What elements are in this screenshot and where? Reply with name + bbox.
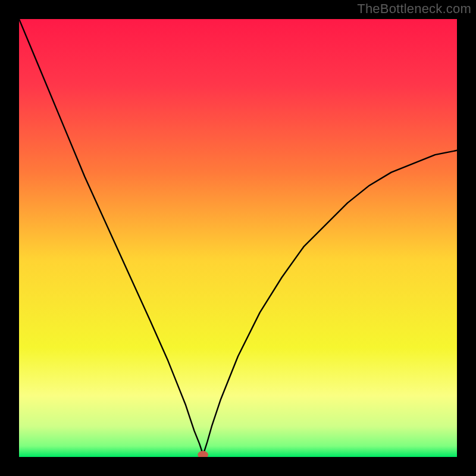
gradient-background — [19, 19, 457, 457]
plot-svg — [19, 19, 457, 457]
watermark-text: TheBottleneck.com — [357, 1, 471, 17]
chart-frame: TheBottleneck.com — [0, 0, 476, 476]
plot-area — [19, 19, 457, 457]
